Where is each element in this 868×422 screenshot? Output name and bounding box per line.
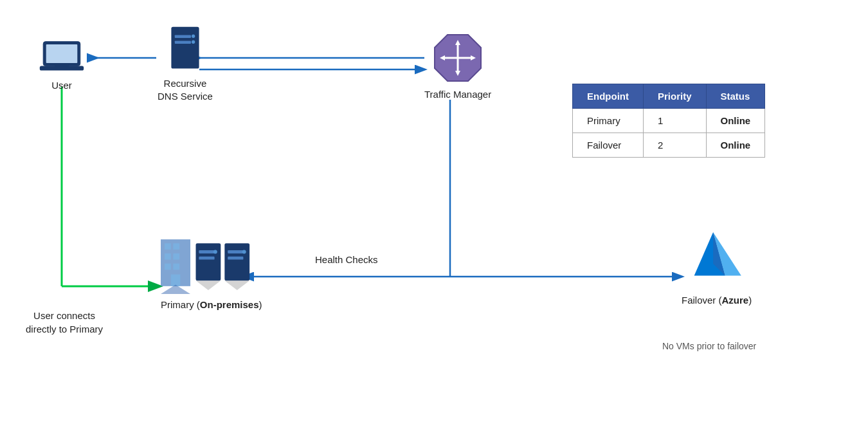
- svg-point-39: [242, 250, 246, 253]
- svg-rect-28: [165, 264, 171, 270]
- dns-icon-box: Recursive DNS Service: [158, 26, 213, 102]
- priority-1: 1: [643, 109, 706, 133]
- svg-point-15: [192, 41, 195, 44]
- svg-marker-40: [196, 280, 221, 290]
- svg-rect-8: [46, 44, 78, 63]
- status-online-1: Online: [706, 109, 765, 133]
- priority-2: 2: [643, 133, 706, 158]
- svg-rect-29: [173, 264, 179, 270]
- svg-rect-32: [196, 243, 221, 280]
- svg-rect-24: [165, 243, 171, 250]
- table-row-failover: Failover 2 Online: [573, 133, 765, 158]
- primary-icon-box: Primary (On-premises): [161, 232, 262, 310]
- priority-table: Endpoint Priority Status Primary 1 Onlin…: [572, 84, 765, 158]
- svg-rect-34: [199, 257, 214, 260]
- traffic-manager-icon: [432, 32, 484, 84]
- dns-label: Recursive DNS Service: [158, 77, 213, 102]
- primary-servers-icon: [161, 232, 262, 294]
- svg-rect-33: [199, 250, 214, 253]
- svg-rect-27: [173, 253, 179, 260]
- health-checks-label: Health Checks: [315, 254, 378, 265]
- tm-label: Traffic Manager: [424, 89, 491, 100]
- failover-label: Failover (Azure): [682, 293, 752, 308]
- failover-bold-label: Azure: [722, 295, 749, 306]
- svg-rect-13: [175, 41, 191, 44]
- svg-rect-30: [171, 275, 181, 286]
- svg-rect-36: [224, 243, 249, 280]
- status-online-2: Online: [706, 133, 765, 158]
- table-header-priority: Priority: [643, 84, 706, 109]
- user-icon-box: User: [39, 39, 85, 91]
- svg-rect-11: [171, 27, 199, 69]
- table-header-endpoint: Endpoint: [573, 84, 644, 109]
- svg-point-14: [192, 35, 195, 38]
- no-vms-label: No VMs prior to failover: [662, 341, 756, 351]
- table-header-status: Status: [706, 84, 765, 109]
- traffic-manager-icon-box: Traffic Manager: [424, 32, 491, 100]
- svg-rect-12: [175, 35, 191, 38]
- primary-label: Primary (On-premises): [161, 299, 262, 310]
- azure-icon: [682, 225, 752, 288]
- svg-marker-41: [224, 280, 249, 290]
- svg-rect-10: [55, 64, 69, 67]
- diagram-container: User Recursive DNS Service: [0, 0, 868, 422]
- svg-rect-37: [228, 250, 243, 253]
- user-label: User: [51, 80, 72, 91]
- table-row-primary: Primary 1 Online: [573, 109, 765, 133]
- svg-rect-25: [173, 243, 179, 250]
- primary-bold-label: On-premises: [200, 299, 259, 310]
- user-connects-label: User connects directly to Primary: [26, 309, 103, 336]
- endpoint-failover: Failover: [573, 133, 644, 158]
- svg-rect-38: [228, 257, 243, 260]
- failover-icon-box: Failover (Azure): [682, 225, 752, 308]
- laptop-icon: [39, 39, 85, 75]
- svg-rect-26: [165, 253, 171, 260]
- svg-point-35: [213, 250, 217, 253]
- server-icon: [167, 26, 203, 72]
- svg-rect-9: [40, 66, 84, 70]
- endpoint-primary: Primary: [573, 109, 644, 133]
